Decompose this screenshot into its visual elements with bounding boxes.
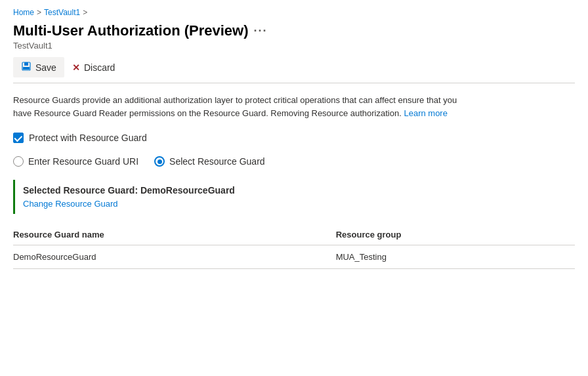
breadcrumb-home[interactable]: Home [13, 8, 34, 17]
selected-resource-guard-box: Selected Resource Guard: DemoResourceGua… [13, 180, 575, 214]
selected-resource-guard-title: Selected Resource Guard: DemoResourceGua… [23, 185, 567, 196]
page-title: Multi-User Authorization (Preview) [13, 22, 249, 39]
page-subtitle: TestVault1 [13, 41, 575, 51]
radio-option-uri[interactable]: Enter Resource Guard URI [13, 156, 138, 167]
table-cell-name: DemoResourceGuard [13, 245, 336, 269]
radio-label-uri: Enter Resource Guard URI [28, 156, 138, 167]
save-label: Save [35, 62, 56, 73]
table-header-row: Resource Guard name Resource group [13, 224, 575, 245]
breadcrumb-testvault1[interactable]: TestVault1 [44, 8, 80, 17]
save-icon [21, 61, 32, 73]
breadcrumb-sep-1: > [37, 8, 41, 17]
discard-icon: ✕ [72, 62, 80, 73]
selected-guard-prefix: Selected Resource Guard: [23, 185, 138, 196]
radio-options-row: Enter Resource Guard URI Select Resource… [13, 156, 575, 167]
radio-option-select[interactable]: Select Resource Guard [154, 156, 265, 167]
protect-checkbox[interactable] [13, 133, 24, 143]
page-title-ellipsis-button[interactable]: ··· [254, 24, 268, 38]
discard-label: Discard [84, 62, 115, 73]
radio-circle-select [154, 156, 165, 167]
protect-checkbox-label: Protect with Resource Guard [29, 133, 147, 143]
column-header-group: Resource group [336, 224, 575, 245]
radio-label-select: Select Resource Guard [169, 156, 265, 167]
discard-button[interactable]: ✕ Discard [64, 58, 123, 77]
table-row: DemoResourceGuard MUA_Testing [13, 245, 575, 269]
breadcrumb: Home > TestVault1 > [13, 8, 575, 17]
svg-rect-2 [23, 67, 30, 70]
description-body: Resource Guards provide an additional au… [13, 95, 457, 118]
svg-rect-1 [24, 62, 28, 66]
resource-guard-table: Resource Guard name Resource group DemoR… [13, 224, 575, 269]
save-button[interactable]: Save [13, 57, 64, 77]
change-resource-guard-link[interactable]: Change Resource Guard [23, 199, 118, 209]
toolbar: Save ✕ Discard [13, 57, 575, 83]
breadcrumb-sep-2: > [83, 8, 87, 17]
selected-guard-name: DemoResourceGuard [140, 185, 235, 196]
learn-more-link[interactable]: Learn more [404, 108, 447, 118]
description-text: Resource Guards provide an additional au… [13, 94, 472, 119]
radio-circle-uri [13, 156, 24, 167]
protect-checkbox-row: Protect with Resource Guard [13, 133, 575, 143]
page-title-container: Multi-User Authorization (Preview) ··· [13, 22, 575, 39]
column-header-name: Resource Guard name [13, 224, 336, 245]
table-cell-group: MUA_Testing [336, 245, 575, 269]
